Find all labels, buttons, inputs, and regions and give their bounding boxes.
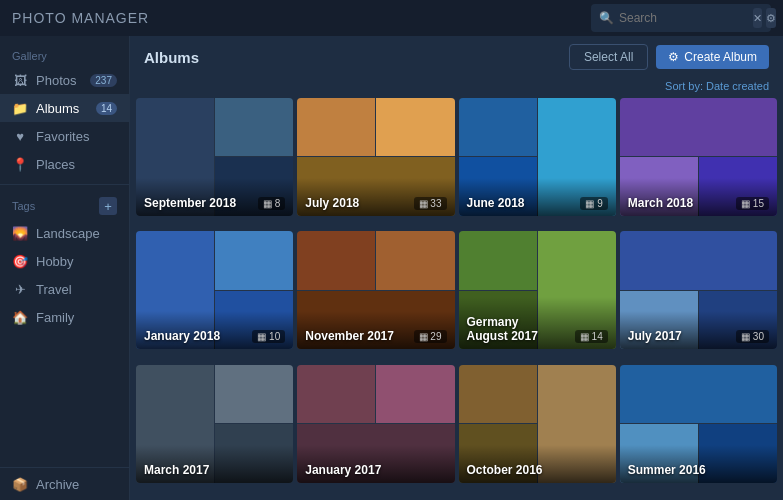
topbar-settings-button[interactable]: ⚙ [766, 8, 776, 28]
albums-badge: 14 [96, 102, 117, 115]
album-tile[interactable]: January 2018 ▦ 10 [136, 231, 293, 349]
albums-icon: 📁 [12, 100, 28, 116]
album-count: ▦ 8 [258, 197, 285, 210]
app-logo: PHOTO MANAGER [12, 10, 149, 26]
archive-icon: 📦 [12, 476, 28, 492]
photos-icon: 🖼 [12, 72, 28, 88]
content-area: Albums Select All ⚙ Create Album Sort by… [130, 36, 783, 500]
album-tile[interactable]: Summer 2016 [620, 365, 777, 483]
album-count: ▦ 29 [414, 330, 447, 343]
search-icon: 🔍 [599, 11, 614, 25]
sidebar-item-travel[interactable]: ✈ Travel [0, 275, 129, 303]
sidebar-item-label: Family [36, 310, 74, 325]
sidebar-item-albums[interactable]: 📁 Albums 14 [0, 94, 129, 122]
search-bar[interactable]: 🔍 ✕ ⚙ [591, 4, 771, 32]
logo-bold: PHOTO [12, 10, 67, 26]
content-header: Albums Select All ⚙ Create Album [130, 36, 783, 78]
gallery-section-label: Gallery [0, 44, 129, 66]
tags-section-label: Tags [12, 200, 99, 212]
album-tile[interactable]: March 2018 ▦ 15 [620, 98, 777, 216]
search-clear-button[interactable]: ✕ [753, 8, 762, 28]
sort-value[interactable]: Date created [706, 80, 769, 92]
album-tile[interactable]: January 2017 [297, 365, 454, 483]
favorites-icon: ♥ [12, 128, 28, 144]
sidebar-item-label: Favorites [36, 129, 89, 144]
topbar: PHOTO MANAGER 🔍 ✕ ⚙ [0, 0, 783, 36]
sidebar-item-favorites[interactable]: ♥ Favorites [0, 122, 129, 150]
sidebar: Gallery 🖼 Photos 237 📁 Albums 14 ♥ Favor… [0, 36, 130, 500]
photos-badge: 237 [90, 74, 117, 87]
sidebar-item-label: Travel [36, 282, 72, 297]
sidebar-item-places[interactable]: 📍 Places [0, 150, 129, 178]
sidebar-item-family[interactable]: 🏠 Family [0, 303, 129, 331]
sidebar-item-label: Hobby [36, 254, 74, 269]
create-album-label: Create Album [684, 50, 757, 64]
album-label: March 2017 [136, 445, 293, 483]
album-count: ▦ 33 [414, 197, 447, 210]
sort-bar: Sort by: Date created [130, 78, 783, 98]
create-album-button[interactable]: ⚙ Create Album [656, 45, 769, 69]
album-tile[interactable]: March 2017 [136, 365, 293, 483]
album-tile[interactable]: September 2018 ▦ 8 [136, 98, 293, 216]
album-tile[interactable]: GermanyAugust 2017 ▦ 14 [459, 231, 616, 349]
add-tag-button[interactable]: + [99, 197, 117, 215]
places-icon: 📍 [12, 156, 28, 172]
album-count: ▦ 10 [252, 330, 285, 343]
album-label: Summer 2016 [620, 445, 777, 483]
album-tile[interactable]: July 2017 ▦ 30 [620, 231, 777, 349]
sidebar-archive-label: Archive [36, 477, 79, 492]
main-layout: Gallery 🖼 Photos 237 📁 Albums 14 ♥ Favor… [0, 36, 783, 500]
album-tile[interactable]: July 2018 ▦ 33 [297, 98, 454, 216]
album-count: ▦ 9 [580, 197, 607, 210]
create-album-icon: ⚙ [668, 50, 679, 64]
sidebar-item-label: Landscape [36, 226, 100, 241]
sort-label: Sort by: [665, 80, 703, 92]
album-tile[interactable]: November 2017 ▦ 29 [297, 231, 454, 349]
sidebar-item-label: Albums [36, 101, 79, 116]
travel-icon: ✈ [12, 281, 28, 297]
search-input[interactable] [619, 11, 749, 25]
album-label: January 2017 [297, 445, 454, 483]
sidebar-item-label: Places [36, 157, 75, 172]
content-title: Albums [144, 49, 569, 66]
sidebar-archive[interactable]: 📦 Archive [0, 467, 129, 500]
album-tile[interactable]: October 2016 [459, 365, 616, 483]
album-label: October 2016 [459, 445, 616, 483]
hobby-icon: 🎯 [12, 253, 28, 269]
archive-item[interactable]: 📦 Archive [12, 476, 117, 492]
sidebar-item-label: Photos [36, 73, 76, 88]
select-all-button[interactable]: Select All [569, 44, 648, 70]
album-tile[interactable]: June 2018 ▦ 9 [459, 98, 616, 216]
landscape-icon: 🌄 [12, 225, 28, 241]
album-grid: September 2018 ▦ 8 July 2018 ▦ 33 June 2… [130, 98, 783, 500]
sidebar-item-hobby[interactable]: 🎯 Hobby [0, 247, 129, 275]
album-count: ▦ 14 [575, 330, 608, 343]
tags-header: Tags + [0, 191, 129, 219]
sidebar-item-photos[interactable]: 🖼 Photos 237 [0, 66, 129, 94]
album-count: ▦ 15 [736, 197, 769, 210]
album-count: ▦ 30 [736, 330, 769, 343]
logo-light: MANAGER [71, 10, 149, 26]
family-icon: 🏠 [12, 309, 28, 325]
sidebar-item-landscape[interactable]: 🌄 Landscape [0, 219, 129, 247]
sidebar-divider [0, 184, 129, 185]
